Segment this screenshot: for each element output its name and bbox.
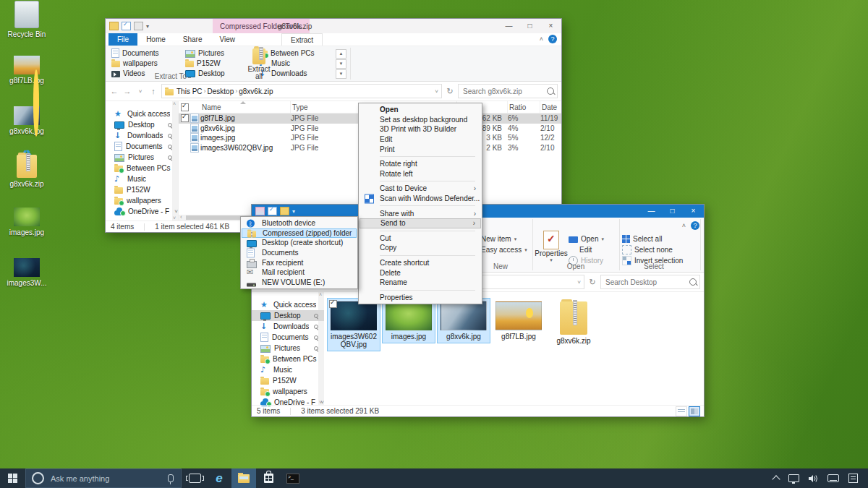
- command-prompt-button[interactable]: [281, 468, 305, 488]
- checkmark-icon[interactable]: [122, 22, 131, 30]
- context-menu-item[interactable]: Scan with Windows Defender... ›: [359, 194, 481, 204]
- send-to-item[interactable]: Compressed (zipped) folder: [242, 228, 357, 239]
- folder-icon[interactable]: [280, 207, 289, 215]
- sidebar-item[interactable]: P152W ˅: [252, 375, 324, 386]
- column-date[interactable]: Date: [540, 101, 561, 113]
- select-all-checkbox[interactable]: [181, 103, 189, 111]
- sidebar-item[interactable]: Music ˅: [252, 364, 324, 375]
- sidebar-item[interactable]: Quick access ˅: [106, 108, 178, 119]
- sidebar-item[interactable]: Pictures ˅: [252, 343, 324, 354]
- context-menu-item[interactable]: Rename ›: [359, 278, 481, 288]
- extract-destination[interactable]: wallpapers: [111, 59, 185, 68]
- large-icons-view-button[interactable]: [689, 406, 700, 416]
- column-ratio[interactable]: Ratio: [508, 101, 540, 113]
- edge-button[interactable]: e: [207, 468, 231, 488]
- minimize-button[interactable]: —: [498, 19, 519, 33]
- context-menu-item[interactable]: Send to ›: [359, 218, 481, 228]
- ribbon-tab[interactable]: Share: [174, 33, 211, 46]
- chevron-up-icon[interactable]: [772, 475, 780, 483]
- context-menu-item[interactable]: ›: [380, 156, 475, 157]
- address-dropdown-icon[interactable]: ˅: [577, 279, 581, 286]
- cortana-search[interactable]: [25, 468, 182, 488]
- breadcrumb-segment[interactable]: This PC›: [176, 87, 206, 95]
- context-menu-item[interactable]: ›: [380, 181, 475, 181]
- select-none-button[interactable]: Select none: [622, 244, 698, 255]
- context-menu-item[interactable]: Delete ›: [359, 267, 481, 278]
- sidebar-item[interactable]: wallpapers ˅: [252, 386, 324, 397]
- taskbar-search-input[interactable]: [49, 474, 163, 484]
- file-thumbnail-item[interactable]: images.jpg: [382, 298, 435, 343]
- sidebar-item[interactable]: Documents ˅: [252, 332, 324, 343]
- action-center-icon[interactable]: [848, 474, 858, 483]
- ribbon-tab[interactable]: View: [211, 33, 244, 46]
- file-thumbnail-item[interactable]: g8f7LB.jpg: [492, 298, 545, 343]
- context-menu-item[interactable]: Cast to Device ›: [359, 184, 481, 194]
- file-thumbnail-item[interactable]: images3W602QBV.jpg: [327, 298, 380, 351]
- sidebar-item[interactable]: Music ˅: [106, 174, 178, 184]
- sidebar-item[interactable]: OneDrive - Family ˅: [106, 206, 178, 217]
- file-thumbnail-item[interactable]: g8xv6k.zip: [547, 298, 600, 348]
- sidebar-item[interactable]: Documents ˅: [106, 141, 178, 152]
- refresh-icon[interactable]: ↻: [587, 278, 597, 287]
- minimize-button[interactable]: —: [641, 205, 662, 218]
- context-menu-item[interactable]: Rotate right ›: [359, 159, 481, 169]
- address-dropdown-icon[interactable]: ˅: [435, 88, 438, 95]
- breadcrumb[interactable]: This PC›Desktop›g8xv6k.zip› ˅: [161, 84, 442, 98]
- gallery-down-icon[interactable]: ▼: [336, 59, 346, 69]
- recent-locations-icon[interactable]: ˅: [135, 88, 145, 95]
- select-all-button[interactable]: Select all: [622, 234, 698, 244]
- search-box[interactable]: [600, 275, 700, 289]
- file-explorer-button[interactable]: [231, 468, 256, 488]
- search-input[interactable]: [461, 87, 547, 96]
- file-thumbnail-item[interactable]: g8xv6k.jpg: [437, 298, 490, 343]
- touch-keyboard-icon[interactable]: [827, 474, 839, 482]
- context-menu-item[interactable]: Edit ›: [359, 134, 481, 145]
- search-input[interactable]: [604, 278, 689, 287]
- context-menu-item[interactable]: ›: [380, 290, 475, 291]
- send-to-item[interactable]: Bluetooth device: [242, 218, 357, 228]
- sidebar-item[interactable]: Desktop ˅: [106, 119, 178, 130]
- context-menu-item[interactable]: Properties ›: [359, 293, 481, 303]
- desktop-icon[interactable]: Recycle Bin: [4, 3, 49, 53]
- up-icon[interactable]: ↑: [148, 87, 158, 95]
- item-checkbox[interactable]: [329, 300, 337, 308]
- ribbon-tab[interactable]: Extract: [281, 33, 323, 46]
- qat-dropdown-icon[interactable]: ▾: [292, 208, 295, 215]
- sidebar-item[interactable]: Downloads ˅: [106, 130, 178, 141]
- checkmark-icon[interactable]: [268, 207, 277, 215]
- start-button[interactable]: [0, 468, 25, 488]
- send-to-item[interactable]: Mail recipient: [242, 267, 357, 278]
- breadcrumb-segment[interactable]: Desktop›: [208, 87, 238, 95]
- sidebar-item[interactable]: Desktop ˅: [252, 310, 324, 321]
- ribbon-collapse-icon[interactable]: ˄: [540, 35, 543, 43]
- search-box[interactable]: [458, 84, 558, 98]
- context-menu-item[interactable]: ›: [380, 231, 475, 231]
- volume-icon[interactable]: [809, 474, 818, 483]
- context-menu-item[interactable]: Create shortcut ›: [359, 258, 481, 268]
- sidebar-item[interactable]: Between PCs ˅: [252, 354, 324, 364]
- context-menu-item[interactable]: ›: [380, 255, 475, 256]
- context-menu-item[interactable]: Open ›: [359, 105, 481, 115]
- close-button[interactable]: ×: [683, 205, 704, 218]
- extract-all-button[interactable]: Extract all: [244, 48, 273, 80]
- context-menu-item[interactable]: Print ›: [359, 144, 481, 154]
- sidebar-item[interactable]: Pictures ˅: [106, 152, 178, 163]
- context-menu-item[interactable]: Copy ›: [359, 243, 481, 253]
- edit-button[interactable]: Edit: [569, 244, 619, 255]
- sidebar-item[interactable]: Between PCs ˅: [106, 163, 178, 174]
- close-button[interactable]: ×: [540, 19, 561, 33]
- context-menu-item[interactable]: 3D Print with 3D Builder ›: [359, 124, 481, 134]
- send-to-item[interactable]: Desktop (create shortcut): [242, 238, 357, 248]
- microphone-icon[interactable]: [168, 474, 174, 482]
- maximize-button[interactable]: □: [519, 19, 540, 33]
- sidebar-item[interactable]: P152W ˅: [106, 184, 178, 195]
- send-to-item[interactable]: Fax recipient: [242, 257, 357, 267]
- forward-icon[interactable]: →: [122, 87, 132, 95]
- file-icon[interactable]: [134, 22, 143, 30]
- store-button[interactable]: [256, 468, 281, 488]
- context-menu-item[interactable]: ›: [380, 205, 475, 206]
- context-menu-item[interactable]: Share with ›: [359, 208, 481, 218]
- network-icon[interactable]: [788, 474, 799, 482]
- ribbon-tab[interactable]: Home: [137, 33, 174, 46]
- gallery-up-icon[interactable]: ▲: [336, 49, 346, 59]
